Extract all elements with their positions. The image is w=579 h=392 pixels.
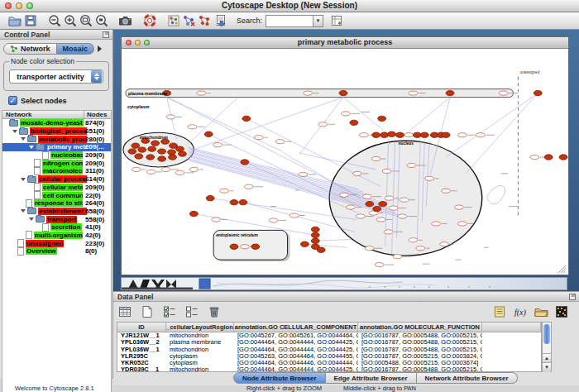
table-cell[interactable]: mitochondrion (166, 347, 234, 353)
network-node[interactable] (197, 91, 206, 95)
network-node[interactable] (458, 133, 467, 137)
network-node[interactable] (251, 244, 260, 249)
network-node[interactable] (169, 155, 177, 160)
network-node[interactable] (189, 167, 199, 171)
network-node[interactable] (213, 143, 223, 147)
zoom-out-icon[interactable] (46, 13, 62, 29)
attribute-table[interactable]: ID_cellularLayoutRegionannotation.GO CEL… (117, 322, 542, 372)
tree-row[interactable]: cell communicat22(0) (2, 191, 111, 199)
network-node[interactable] (340, 193, 349, 197)
tab-mosaic[interactable]: Mosaic (57, 43, 95, 55)
search-input[interactable] (266, 15, 313, 27)
network-node[interactable] (254, 136, 263, 140)
network-new-icon[interactable] (197, 13, 213, 29)
network-node[interactable] (158, 149, 166, 154)
tree-row[interactable]: transport558(0) (2, 215, 111, 223)
network-node[interactable] (366, 201, 374, 206)
network-node[interactable] (362, 194, 371, 198)
tab-edge-attribute-browser[interactable]: Edge Attribute Browser (326, 372, 417, 384)
network-node[interactable] (458, 222, 467, 226)
tree-row[interactable]: response to stimulu264(0) (2, 199, 111, 208)
network-node[interactable] (376, 218, 385, 222)
network-node[interactable] (300, 241, 309, 246)
network-node[interactable] (212, 218, 221, 222)
network-node[interactable] (311, 238, 319, 243)
network-node[interactable] (382, 169, 391, 173)
table-cell[interactable]: YPL036W__2 (117, 339, 166, 346)
table-cell[interactable]: YJR121W__1 (117, 332, 166, 339)
node-color-dropdown[interactable]: transporter activity (9, 69, 103, 84)
network-node[interactable] (175, 170, 184, 174)
table-cell[interactable]: [GO:0044464, GO:0044444, GO:0044425, G..… (234, 339, 358, 346)
table-cell[interactable]: YDR039C__1 (117, 366, 166, 372)
table-cell[interactable]: YPL036W__1 (117, 347, 166, 353)
network-node[interactable] (389, 206, 398, 210)
network-node[interactable] (206, 195, 214, 200)
background-window-strip[interactable] (121, 277, 567, 290)
network-node[interactable] (175, 146, 184, 151)
network-node[interactable] (409, 91, 418, 95)
formula-icon[interactable]: f(x) (513, 304, 528, 319)
network-node[interactable] (304, 91, 313, 95)
network-node[interactable] (178, 151, 186, 156)
table-row[interactable]: YPL036W__1mitochondrion[GO:0044464, GO:0… (117, 347, 541, 353)
network-node[interactable] (396, 132, 404, 137)
network-node[interactable] (404, 133, 414, 137)
network-node[interactable] (168, 150, 176, 155)
network-node[interactable] (407, 163, 416, 167)
network-node[interactable] (400, 198, 409, 202)
tab-node-attribute-browser[interactable]: Node Attribute Browser (233, 372, 326, 384)
zoom-in-icon[interactable] (62, 13, 78, 29)
table-cell[interactable]: [GO:0044464, GO:0044444, GO:0044425, G..… (234, 347, 358, 353)
network-node[interactable] (189, 211, 198, 216)
network-node[interactable] (425, 176, 434, 180)
network-node[interactable] (244, 184, 253, 189)
network-node[interactable] (132, 167, 141, 171)
tree-row[interactable]: nucleobase-209(0) (2, 151, 111, 160)
table-row[interactable]: YLR295Ccytoplasm[GO:0045263, GO:0044464,… (117, 353, 541, 360)
table-cell[interactable]: [GO:0044464, GO:0044446, GO:0044444, G..… (234, 360, 358, 366)
disclosure-triangle-icon[interactable] (29, 146, 34, 149)
tree-row[interactable]: biological_process651(0) (2, 127, 111, 136)
network-node[interactable] (146, 155, 155, 160)
table-cell[interactable]: [GO:0016787, GO:0005488, GO:0005215, G..… (358, 332, 482, 339)
open-folder-icon[interactable] (534, 304, 548, 319)
table-cell[interactable]: [GO:0045267, GO:0045261, GO:0044464, G..… (234, 332, 358, 339)
column-header[interactable]: annotation.GO MOLECULAR_FUNCTION (358, 323, 482, 332)
table-row[interactable]: YKR052Ccytoplasm[GO:0044464, GO:0044446,… (117, 360, 541, 366)
matrix-icon[interactable] (554, 304, 569, 319)
float-panel-icon[interactable] (103, 31, 109, 38)
open-file-button[interactable] (7, 13, 22, 29)
network-node[interactable] (372, 132, 380, 137)
import-network-icon[interactable] (213, 13, 228, 29)
network-node[interactable] (339, 90, 347, 95)
network-node[interactable] (240, 245, 249, 249)
network-node[interactable] (317, 247, 325, 252)
network-node[interactable] (365, 246, 374, 251)
network-node[interactable] (311, 227, 319, 232)
network-node[interactable] (135, 154, 143, 159)
network-node[interactable] (373, 206, 381, 211)
tree-row[interactable]: unassigned223(0) (2, 239, 111, 247)
network-node[interactable] (499, 91, 508, 95)
network-node[interactable] (442, 132, 450, 137)
network-node[interactable] (530, 155, 539, 159)
network-node[interactable] (432, 222, 441, 226)
network-node[interactable] (318, 122, 328, 127)
disclosure-triangle-icon[interactable] (29, 218, 34, 221)
table-import-icon[interactable] (328, 13, 344, 29)
column-header[interactable]: _cellularLayoutRegion (166, 323, 234, 332)
network-node[interactable] (356, 214, 365, 218)
search-dropdown-button[interactable]: ▼ (313, 15, 323, 27)
network-node[interactable] (384, 230, 393, 234)
network-node[interactable] (413, 132, 421, 137)
network-window-titlebar[interactable]: primary metabolic process (122, 37, 568, 49)
network-node[interactable] (128, 149, 136, 154)
network-node[interactable] (158, 156, 166, 161)
vizmapper-icon[interactable] (165, 13, 181, 29)
network-node[interactable] (455, 205, 464, 209)
table-scrollbar[interactable]: ▲ ▼ (542, 322, 552, 372)
network-node[interactable] (380, 132, 389, 137)
zoom-selected-icon[interactable] (93, 13, 109, 29)
region-plasma-membrane[interactable] (126, 89, 514, 98)
